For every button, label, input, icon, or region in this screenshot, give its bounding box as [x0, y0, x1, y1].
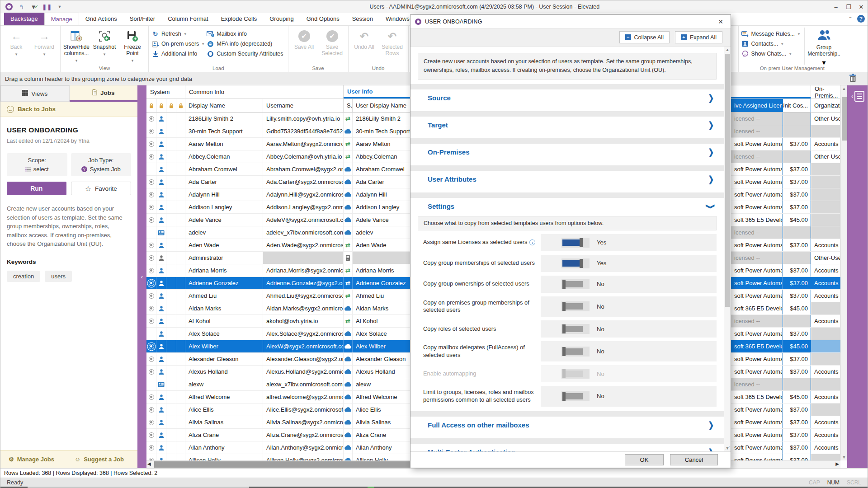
export-icon[interactable]: ↰ — [18, 3, 26, 11]
display-name-cell[interactable]: Aidan Marks — [185, 302, 263, 314]
username-cell[interactable]: AdeleV@sygx2.onmicrosoft.com — [263, 214, 344, 226]
license-cell[interactable]: soft Power Automat — [731, 277, 783, 289]
suggest-job-button[interactable]: ☺ Suggest a Job — [75, 456, 124, 463]
license-cell[interactable]: soft Power Automat — [731, 328, 783, 340]
column-group-common-info[interactable]: Common Info — [185, 85, 344, 99]
organization-cell[interactable]: Accounts — [811, 429, 840, 441]
username-cell[interactable]: AlexW@sygx2.onmicrosoft.com — [263, 340, 344, 352]
username-cell[interactable] — [263, 252, 344, 264]
organization-cell[interactable]: Accounts — [811, 264, 840, 277]
organization-cell[interactable] — [811, 226, 840, 239]
display-name-cell[interactable]: Abraham Cromwel — [185, 163, 263, 175]
license-cell[interactable]: icensed -- — [731, 113, 783, 125]
column-group-system[interactable]: System — [146, 85, 185, 99]
save-selected-button[interactable]: ✔Save Selected — [319, 28, 345, 65]
forward-button[interactable]: → Forward▾ — [31, 28, 57, 65]
unit-cost-cell[interactable]: $37.00 — [783, 176, 811, 188]
display-name-cell[interactable]: alexw — [185, 378, 263, 390]
toggle-copy-roles-of-selected-users[interactable] — [561, 324, 590, 334]
unit-cost-cell[interactable]: $37.00 — [783, 138, 811, 150]
unit-cost-cell[interactable] — [783, 125, 811, 137]
username-cell[interactable]: Alivia.Salinas@sygx2.onmicrosoft.com — [263, 416, 344, 428]
group-membership-button[interactable]: Group Membership..▾ — [804, 28, 843, 65]
display-name-cell[interactable]: Adriana Morris — [185, 264, 263, 277]
username-cell[interactable]: akohol@ovh.ytria.io — [263, 315, 344, 327]
display-name-cell[interactable]: Alex Wilber — [185, 340, 263, 352]
unit-cost-cell[interactable]: $37.00 — [783, 441, 811, 454]
organization-cell[interactable] — [811, 201, 840, 213]
column-header-sync-status[interactable]: S... — [344, 99, 353, 112]
display-name-cell[interactable]: Ahmed Liu — [185, 290, 263, 302]
tab-explode-cells[interactable]: Explode Cells — [215, 13, 264, 25]
toggle-limit-to-groups-licenses-roles-and-mailbox-permissions-common-to-all-selected-users[interactable] — [561, 391, 590, 401]
organization-cell[interactable]: Accounts — [811, 277, 840, 289]
unit-cost-cell[interactable]: $45.00 — [783, 391, 811, 403]
license-cell[interactable]: soft Power Automat — [731, 264, 783, 277]
license-cell[interactable]: soft Power Automat — [731, 239, 783, 251]
username-cell[interactable]: Aliza.Crane@sygx2.onmicrosoft.com — [263, 429, 344, 441]
trash-icon[interactable] — [849, 74, 857, 84]
license-cell[interactable]: soft Power Automat — [731, 454, 783, 460]
organization-cell[interactable]: Accounts — [811, 416, 840, 428]
username-cell[interactable]: Ada.Carter@sygx2.onmicrosoft.com — [263, 176, 344, 188]
additional-info-button[interactable]: Additional Info — [151, 50, 205, 57]
section-multi-factor-authentication[interactable]: Multi-Factor Authentication❯ — [410, 444, 724, 452]
organization-cell[interactable]: Accounts — [811, 315, 840, 327]
section-settings[interactable]: Settings❯ — [410, 198, 724, 215]
organization-cell[interactable]: Accounts — [811, 239, 840, 251]
unit-cost-cell[interactable] — [783, 113, 811, 125]
license-cell[interactable]: icensed -- — [731, 226, 783, 239]
tab-backstage[interactable]: Backstage — [4, 13, 44, 25]
unit-cost-cell[interactable] — [783, 150, 811, 163]
help-icon[interactable]: ? — [857, 15, 865, 23]
unit-cost-cell[interactable] — [783, 252, 811, 264]
right-collapsed-panel[interactable]: ‹ — [847, 85, 868, 468]
tab-grid-options[interactable]: Grid Options — [300, 13, 346, 25]
unit-cost-cell[interactable]: $37.00 — [783, 366, 811, 378]
unit-cost-cell[interactable]: $45.00 — [783, 214, 811, 226]
organization-cell[interactable] — [811, 353, 840, 365]
username-cell[interactable]: Adriana.Morris@sygx2.onmicrosoft.com — [263, 264, 344, 277]
display-name-cell[interactable]: Addison Langley — [185, 201, 263, 213]
display-name-cell[interactable]: Allan Anthony — [185, 441, 263, 454]
username-cell[interactable]: Alice.Ellis@sygx2.onmicrosoft.com — [263, 404, 344, 416]
tab-sort-filter[interactable]: Sort/Filter — [123, 13, 161, 25]
manage-jobs-button[interactable]: ⚙ Manage Jobs — [9, 456, 54, 463]
sidebar-collapse-splitter[interactable]: ‹ — [137, 85, 146, 468]
unit-cost-cell[interactable]: $45.00 — [783, 302, 811, 314]
username-cell[interactable]: Addison.Langley@sygx2.onmicrosoft.com — [263, 201, 344, 213]
tab-jobs[interactable]: Jobs — [70, 85, 138, 102]
grid-vertical-scrollbar[interactable]: ▲ ▼ — [840, 85, 847, 460]
toggle-enable-automapping[interactable] — [561, 369, 590, 379]
organization-cell[interactable]: Accounts — [811, 391, 840, 403]
license-cell[interactable]: soft Power Automat — [731, 441, 783, 454]
dialog-scrollbar[interactable]: ▲ ▼ — [724, 47, 731, 451]
unit-cost-cell[interactable]: $37.00 — [783, 429, 811, 441]
display-name-cell[interactable]: Alexus Holland — [185, 366, 263, 378]
license-cell[interactable]: soft Power Automat — [731, 429, 783, 441]
username-cell[interactable]: Ahmed.Liu@sygx2.onmicrosoft.com — [263, 290, 344, 302]
organization-cell[interactable] — [811, 454, 840, 460]
tab-column-format[interactable]: Column Format — [161, 13, 215, 25]
message-rules-button[interactable]: Message Rules...▼ — [741, 30, 801, 38]
license-cell[interactable]: soft Power Automat — [731, 404, 783, 416]
section-source[interactable]: Source❯ — [410, 89, 724, 107]
display-name-cell[interactable]: 2186Lilly Smith 2 — [185, 113, 263, 125]
toggle-copy-on-premises-group-memberships-of-selected-users[interactable] — [561, 301, 590, 311]
toggle-copy-group-ownerships-of-selected-users[interactable] — [561, 279, 590, 289]
toggle-copy-group-memberships-of-selected-users[interactable] — [561, 258, 590, 268]
unit-cost-cell[interactable]: $37.00 — [783, 201, 811, 213]
mailbox-info-button[interactable]: Mailbox info — [207, 30, 283, 38]
license-cell[interactable]: soft 365 E5 Develop — [731, 391, 783, 403]
organization-cell[interactable]: Other-Use — [811, 252, 840, 264]
username-cell[interactable]: adelev_x7lbv.onmicrosoft.com — [263, 226, 344, 239]
organization-cell[interactable]: Accounts — [811, 441, 840, 454]
dialog-scroll-up-icon[interactable]: ▲ — [724, 47, 731, 52]
mfa-info-deprecated-button[interactable]: MFA info (deprecated) — [207, 40, 283, 47]
column-header-username[interactable]: Username — [263, 99, 344, 112]
unit-cost-cell[interactable]: $45.00 — [783, 340, 811, 352]
show-chats-button[interactable]: Show Chats...▼ — [741, 50, 801, 57]
back-to-jobs-button[interactable]: ← Back to Jobs — [0, 102, 137, 117]
section-full-access-on-other-mailboxes[interactable]: Full Access on other mailboxes❯ — [410, 417, 724, 434]
organization-cell[interactable]: Accounts — [811, 290, 840, 302]
